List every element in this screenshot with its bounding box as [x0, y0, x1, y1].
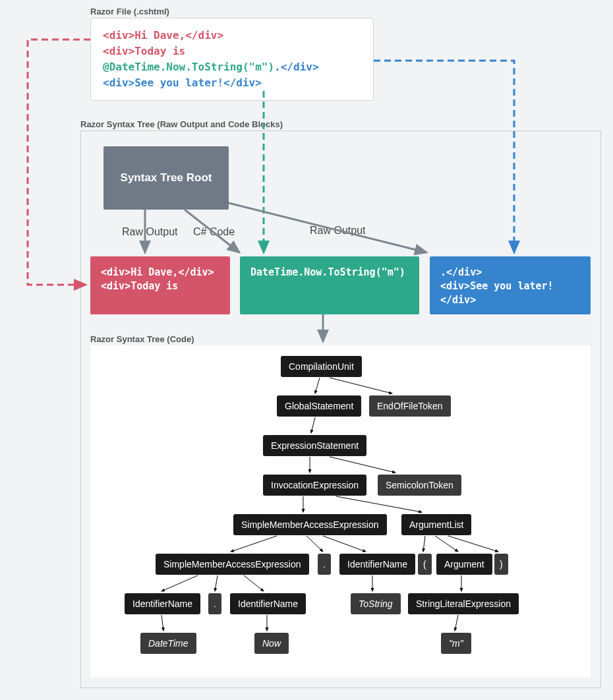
ast-expression-statement: ExpressionStatement — [263, 435, 366, 456]
raw-output-1-line-2: <div>Today is — [101, 279, 219, 293]
ast-invocation-expression: InvocationExpression — [263, 475, 366, 496]
edge-label-raw-2: Raw Output — [310, 225, 365, 237]
raw-output-box-2: .</div> <div>See you later!</div> — [430, 256, 591, 314]
razor-file-box: <div>Hi Dave,</div> <div>Today is @DateT… — [90, 18, 374, 101]
ast-tostring: ToString — [351, 593, 401, 614]
raw-output-2-line-2: <div>See you later!</div> — [440, 279, 580, 307]
razor-file-label: Razor File (.cshtml) — [90, 7, 169, 16]
ast-now: Now — [254, 633, 289, 654]
ast-identifier-name-2: IdentifierName — [125, 593, 200, 614]
ast-argument: Argument — [436, 554, 492, 575]
razor-line-3: <div>See you later!</div> — [103, 75, 361, 91]
ast-datetime: DateTime — [140, 633, 196, 654]
razor-line-1: <div>Hi Dave,</div> — [103, 28, 361, 44]
syntax-tree-root-node: Syntax Tree Root — [103, 146, 229, 210]
ast-sma-1: SimpleMemberAccessExpression — [233, 514, 387, 535]
ast-compilation-unit: CompilationUnit — [281, 356, 362, 377]
ast-sma-2: SimpleMemberAccessExpression — [156, 554, 309, 575]
raw-output-box-1: <div>Hi Dave,</div> <div>Today is — [90, 256, 230, 314]
ast-argument-list: ArgumentList — [401, 514, 471, 535]
ast-dot-2: . — [208, 593, 221, 614]
ast-m-literal: "m" — [441, 633, 471, 654]
ast-eof-token: EndOfFileToken — [369, 395, 451, 417]
ast-dot-1: . — [318, 554, 331, 575]
edge-label-raw-1: Raw Output — [122, 226, 177, 238]
edge-label-code: C# Code — [193, 226, 235, 238]
raw-output-1-line-1: <div>Hi Dave,</div> — [101, 266, 219, 279]
ast-string-literal: StringLiteralExpression — [408, 593, 519, 614]
ast-semicolon-token: SemicolonToken — [378, 475, 461, 496]
ast-global-statement: GlobalStatement — [277, 395, 361, 417]
ast-identifier-name-3: IdentifierName — [230, 593, 306, 614]
csharp-code-box: DateTime.Now.ToString("m") — [240, 256, 419, 314]
syntax-tree-code-label: Razor Syntax Tree (Code) — [90, 334, 194, 344]
ast-rparen: ) — [494, 554, 508, 575]
ast-identifier-name-1: IdentifierName — [339, 554, 415, 575]
ast-lparen: ( — [418, 554, 432, 575]
razor-line-2-prefix: <div>Today is — [103, 45, 185, 57]
syntax-tree-raw-label: Razor Syntax Tree (Raw Output and Code B… — [80, 119, 283, 129]
razor-line-2: <div>Today is @DateTime.Now.ToString("m"… — [103, 44, 361, 75]
razor-line-2-suffix: .</div> — [274, 61, 318, 73]
raw-output-2-line-1: .</div> — [440, 266, 580, 279]
csharp-code-text: DateTime.Now.ToString("m") — [250, 266, 409, 279]
razor-line-2-code: @DateTime.Now.ToString("m") — [103, 61, 274, 73]
